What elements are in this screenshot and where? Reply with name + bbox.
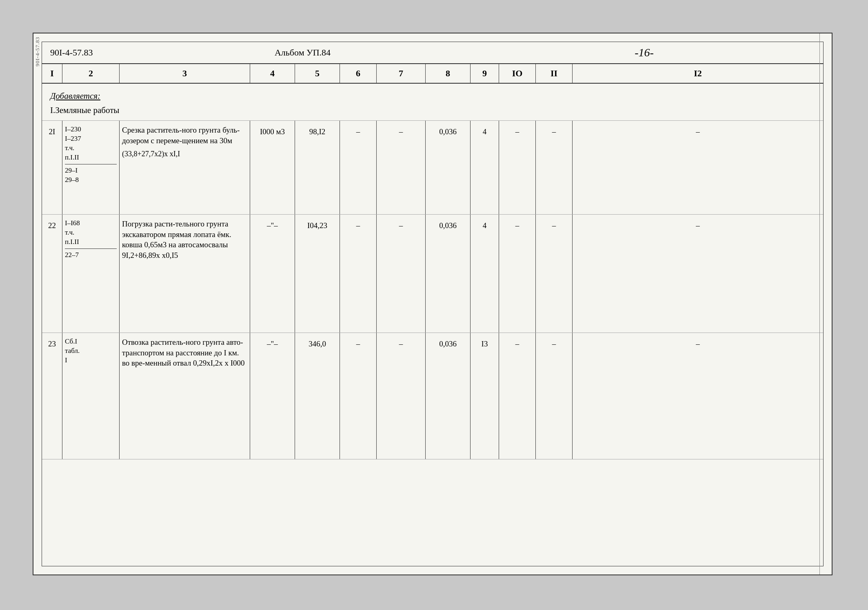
row22-col10: – (499, 215, 536, 333)
col-header-8: 8 (426, 64, 471, 83)
adds-label: Добавляется: (50, 91, 815, 101)
row21-col5: 98,I2 (295, 121, 340, 214)
doc-inner: 90I-4-57.83 Альбом УП.84 -16- I 2 3 4 5 … (42, 42, 824, 566)
row23-col6: – (340, 333, 377, 459)
album-label: Альбом УП.84 (132, 47, 473, 58)
row21-col6: – (340, 121, 377, 214)
row22-col1: 22 (42, 215, 62, 333)
row22-col4: –"– (250, 215, 295, 333)
doc-number: 90I-4-57.83 (50, 47, 132, 58)
page-number: -16- (473, 46, 815, 59)
row22-col11: – (536, 215, 573, 333)
row23-col9: I3 (471, 333, 499, 459)
row23-col12: – (573, 333, 823, 459)
col-header-12: I2 (573, 64, 823, 83)
col-header-3: 3 (120, 64, 250, 83)
row23-col2: Сб.I табл. I (62, 333, 120, 459)
margin-code: 90I-4-57.83 (34, 37, 41, 67)
row22-col12: – (573, 215, 823, 333)
row21-col3: Срезка раститель-ного грунта буль-дозеро… (120, 121, 250, 214)
document: 90I-4-57.83 90I-4-57.83 Альбом УП.84 -16… (33, 33, 832, 575)
row21-col12: – (573, 121, 823, 214)
row21-col9: 4 (471, 121, 499, 214)
column-headers: I 2 3 4 5 6 7 8 9 IO II I2 (42, 64, 823, 84)
table-row: 2I I–230 I–237 т.ч. п.I.II 29–I 29–8 Сре… (42, 121, 823, 215)
row21-col2: I–230 I–237 т.ч. п.I.II 29–I 29–8 (62, 121, 120, 214)
row21-col10: – (499, 121, 536, 214)
col-header-10: IO (499, 64, 536, 83)
row21-col1: 2I (42, 121, 62, 214)
row22-col7: – (377, 215, 426, 333)
row22-col3: Погрузка расти-тельного грунта экскавато… (120, 215, 250, 333)
row23-col1: 23 (42, 333, 62, 459)
row22-col9: 4 (471, 215, 499, 333)
section-header-block: Добавляется: I.Земляные работы (42, 84, 823, 121)
col-header-4: 4 (250, 64, 295, 83)
row21-col7: – (377, 121, 426, 214)
row21-col4: I000 м3 (250, 121, 295, 214)
row23-col10: – (499, 333, 536, 459)
col-header-6: 6 (340, 64, 377, 83)
col-header-1: I (42, 64, 62, 83)
section-title: I.Земляные работы (50, 105, 815, 115)
row21-col11: – (536, 121, 573, 214)
col-header-11: II (536, 64, 573, 83)
row23-col5: 346,0 (295, 333, 340, 459)
header-row: 90I-4-57.83 Альбом УП.84 -16- (42, 42, 823, 64)
row22-col8: 0,036 (426, 215, 471, 333)
col-header-7: 7 (377, 64, 426, 83)
col-header-2: 2 (62, 64, 120, 83)
table-row: 23 Сб.I табл. I Отвозка раститель-ного г… (42, 333, 823, 459)
row23-col11: – (536, 333, 573, 459)
col-header-5: 5 (295, 64, 340, 83)
row22-col5: I04,23 (295, 215, 340, 333)
row23-col7: – (377, 333, 426, 459)
col-header-9: 9 (471, 64, 499, 83)
table-row: 22 I–I68 т.ч. п.I.II 22–7 Погрузка расти… (42, 215, 823, 333)
row23-col8: 0,036 (426, 333, 471, 459)
row21-col8: 0,036 (426, 121, 471, 214)
right-margin (819, 33, 832, 575)
row22-col2: I–I68 т.ч. п.I.II 22–7 (62, 215, 120, 333)
row22-col6: – (340, 215, 377, 333)
row23-col4: –"– (250, 333, 295, 459)
row23-col3: Отвозка раститель-ного грунта авто-транс… (120, 333, 250, 459)
